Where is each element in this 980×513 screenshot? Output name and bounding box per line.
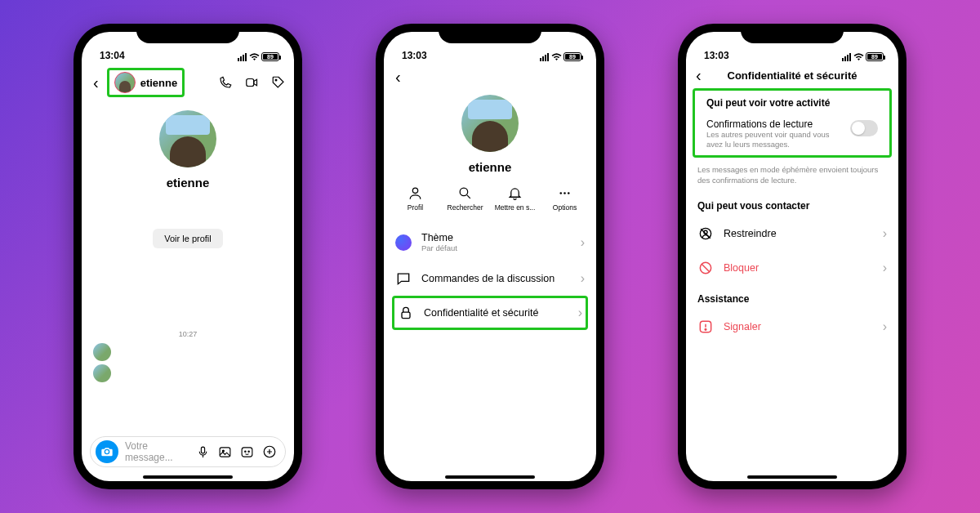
svg-rect-5	[242, 447, 252, 456]
back-button[interactable]: ‹	[392, 68, 404, 87]
person-icon	[408, 185, 423, 201]
more-icon	[557, 185, 572, 201]
section-activity: Qui peut voir votre activité	[695, 94, 889, 114]
chat-header: ‹ etienne	[82, 63, 294, 102]
home-indicator	[143, 475, 233, 479]
wifi-icon	[249, 53, 259, 60]
highlight-activity: Qui peut voir votre activité Confirmatio…	[693, 88, 892, 158]
message-timestamp: 10:27	[179, 330, 198, 338]
message-composer: Votre message...	[90, 436, 286, 467]
battery-icon: 89	[866, 52, 884, 61]
row-title: Thème	[421, 232, 457, 243]
svg-point-11	[559, 192, 562, 194]
message-avatars	[93, 343, 111, 382]
profile-section: etienne Profil Rechercher Mettre en s...…	[384, 91, 596, 220]
avatar-large[interactable]	[461, 95, 519, 152]
settings-header: ‹	[384, 63, 596, 91]
row-block[interactable]: Bloquer ›	[686, 251, 898, 285]
row-read-receipts[interactable]: Confirmations de lecture Les autres peuv…	[695, 114, 889, 152]
notch	[439, 24, 541, 43]
action-options[interactable]: Options	[542, 185, 588, 212]
chevron-right-icon: ›	[883, 261, 887, 275]
svg-rect-14	[402, 312, 410, 319]
profile-name: etienne	[469, 160, 512, 174]
report-icon	[697, 319, 714, 335]
mic-icon[interactable]	[196, 445, 210, 459]
call-icon[interactable]	[218, 75, 233, 90]
action-label: Mettre en s...	[492, 203, 538, 212]
settings-list: Thème Par défaut › Commandes de la discu…	[384, 220, 596, 333]
action-label: Profil	[393, 203, 439, 212]
sticker-icon[interactable]	[240, 445, 254, 459]
phone-mockup-3: 13:03 89 ‹ Confidentialité et sécurité Q…	[678, 24, 906, 489]
screen-chat: 13:04 89 ‹ etienne etienne Voir le profi…	[82, 32, 294, 481]
chevron-right-icon: ›	[883, 226, 887, 241]
row-title: Signaler	[724, 321, 761, 332]
home-indicator	[747, 475, 837, 479]
plus-icon[interactable]	[262, 444, 277, 459]
battery-icon: 89	[261, 52, 279, 61]
cellular-icon	[540, 53, 549, 61]
highlight-username[interactable]: etienne	[107, 68, 185, 97]
status-time: 13:03	[402, 50, 427, 61]
action-mute[interactable]: Mettre en s...	[492, 185, 538, 212]
cellular-icon	[238, 53, 247, 61]
row-title: Commandes de la discussion	[421, 273, 555, 284]
restrict-icon	[697, 225, 714, 242]
page-title: Confidentialité et sécurité	[728, 69, 858, 82]
theme-icon	[395, 234, 412, 251]
message-avatar[interactable]	[93, 343, 111, 361]
composer-icons	[196, 444, 280, 459]
video-icon[interactable]	[244, 75, 260, 90]
row-title: Restreindre	[724, 228, 777, 239]
row-restrict[interactable]: Restreindre ›	[686, 216, 898, 251]
chat-username: etienne	[140, 77, 178, 89]
chat-icon	[395, 270, 412, 287]
privacy-header: ‹ Confidentialité et sécurité	[686, 63, 898, 88]
action-search[interactable]: Rechercher	[443, 185, 488, 212]
action-profile[interactable]: Profil	[393, 185, 439, 212]
phone-mockup-2: 13:03 89 ‹ etienne Profil Rechercher	[376, 24, 604, 489]
battery-icon: 89	[564, 52, 581, 61]
toggle-read-receipts[interactable]	[850, 120, 878, 136]
avatar-large[interactable]	[159, 110, 216, 167]
status-icons: 89	[540, 52, 581, 61]
chevron-right-icon: ›	[581, 235, 585, 250]
row-commands[interactable]: Commandes de la discussion ›	[384, 261, 596, 296]
row-theme[interactable]: Thème Par défaut ›	[384, 223, 596, 261]
chevron-right-icon: ›	[883, 319, 887, 334]
phone-mockup-1: 13:04 89 ‹ etienne etienne Voir le profi…	[74, 24, 302, 489]
back-button[interactable]: ‹	[693, 66, 705, 85]
chevron-right-icon: ›	[581, 271, 585, 286]
chevron-right-icon: ›	[578, 306, 582, 320]
view-profile-button[interactable]: Voir le profil	[153, 229, 222, 248]
ephemeral-note: Les messages en mode éphémère envoient t…	[686, 158, 898, 193]
svg-point-9	[412, 188, 417, 193]
image-icon[interactable]	[218, 445, 232, 459]
message-avatar[interactable]	[93, 364, 111, 382]
status-time: 13:04	[100, 50, 125, 61]
tag-icon[interactable]	[271, 75, 286, 90]
row-title: Bloquer	[724, 262, 759, 274]
status-icons: 89	[238, 52, 279, 61]
svg-point-19	[705, 329, 706, 331]
row-title: Confidentialité et sécurité	[424, 307, 538, 319]
action-label: Rechercher	[443, 203, 488, 212]
search-icon	[457, 185, 473, 201]
svg-rect-2	[201, 447, 204, 453]
notch	[136, 24, 239, 43]
action-row: Profil Rechercher Mettre en s... Options	[384, 174, 596, 220]
avatar-small	[114, 72, 136, 93]
svg-point-1	[275, 79, 277, 81]
message-input[interactable]: Votre message...	[125, 440, 189, 463]
wifi-icon	[551, 53, 561, 60]
svg-point-7	[248, 451, 249, 452]
svg-rect-0	[247, 79, 254, 87]
row-privacy-highlighted[interactable]: Confidentialité et sécurité ›	[392, 296, 588, 330]
row-report[interactable]: Signaler ›	[686, 310, 898, 344]
screen-privacy: 13:03 89 ‹ Confidentialité et sécurité Q…	[686, 32, 898, 481]
back-button[interactable]: ‹	[90, 74, 102, 92]
svg-point-12	[564, 192, 566, 194]
camera-button[interactable]	[96, 440, 118, 463]
status-time: 13:03	[704, 50, 729, 61]
